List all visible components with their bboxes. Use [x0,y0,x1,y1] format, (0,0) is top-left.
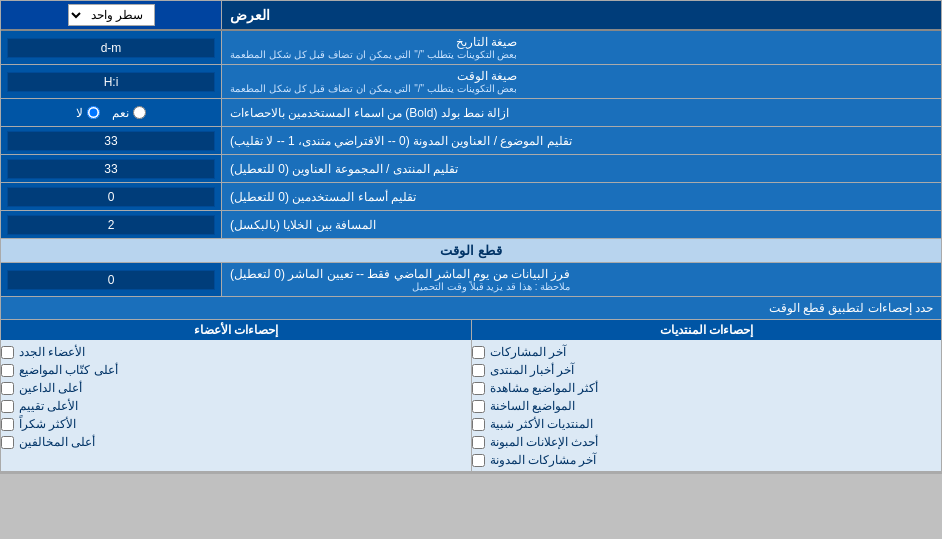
date-format-input[interactable] [7,38,215,58]
forum-title-label: تقليم المنتدى / المجموعة العناوين (0 للت… [221,155,941,182]
date-format-label: صيغة التاريخ بعض التكوينات يتطلب "/" الت… [221,31,941,64]
checkbox-pinned-announce: أحدث الإعلانات المبونة [472,435,942,449]
date-format-input-area [1,31,221,64]
forum-title-input-area [1,155,221,182]
checkbox-most-thanked-input[interactable] [1,418,14,431]
checkbox-last-posts-input[interactable] [472,346,485,359]
members-stats-header: إحصاءات الأعضاء [1,320,471,340]
checkbox-top-inviters: أعلى الداعين [1,381,471,395]
checkbox-top-violators-input[interactable] [1,436,14,449]
checkbox-limit-label: حدد إحصاءات لتطبيق قطع الوقت [1,297,941,319]
checkbox-top-rated-input[interactable] [1,400,14,413]
checkbox-hot-topics-input[interactable] [472,400,485,413]
display-select-area: سطر واحد سطرين ثلاثة أسطر [1,1,221,29]
checkbox-last-blog-posts: آخر مشاركات المدونة [472,453,942,467]
time-format-input[interactable] [7,72,215,92]
bold-radio-yes[interactable] [133,106,146,119]
realtime-label: فرز البيانات من يوم الماشر الماضي فقط --… [221,263,941,296]
checkbox-hot-topics: المواضيع الساخنة [472,399,942,413]
topic-title-input[interactable] [7,131,215,151]
checkbox-new-members: الأعضاء الجدد [1,345,471,359]
checkbox-forum-news-input[interactable] [472,364,485,377]
checkbox-pinned-announce-input[interactable] [472,436,485,449]
checkbox-top-rated: الأعلى تقييم [1,399,471,413]
checkbox-new-members-input[interactable] [1,346,14,359]
checkbox-most-viewed-input[interactable] [472,382,485,395]
username-input-area [1,183,221,210]
time-format-label: صيغة الوقت بعض التكوينات يتطلب "/" التي … [221,65,941,98]
checkbox-most-similar: المنتديات الأكثر شبية [472,417,942,431]
display-label: العرض [221,1,941,29]
checkbox-top-posters: أعلى كتّاب المواضيع [1,363,471,377]
cell-spacing-input[interactable] [7,215,215,235]
realtime-input[interactable] [7,270,215,290]
members-stats-col: إحصاءات الأعضاء الأعضاء الجدد أعلى كتّاب… [1,320,471,471]
bold-radio-no[interactable] [87,106,100,119]
checkbox-top-inviters-input[interactable] [1,382,14,395]
forum-stats-header: إحصاءات المنتديات [472,320,942,340]
checkbox-most-similar-input[interactable] [472,418,485,431]
realtime-input-area [1,263,221,296]
checkbox-forum-news: آخر أخبار المنتدى [472,363,942,377]
checkbox-top-violators: أعلى المخالفين [1,435,471,449]
display-select[interactable]: سطر واحد سطرين ثلاثة أسطر [68,4,155,26]
checkbox-last-posts: آخر المشاركات [472,345,942,359]
checkbox-last-blog-posts-input[interactable] [472,454,485,467]
topic-title-label: تقليم الموضوع / العناوين المدونة (0 -- ا… [221,127,941,154]
forum-title-input[interactable] [7,159,215,179]
time-format-input-area [1,65,221,98]
checkbox-most-thanked: الأكثر شكراً [1,417,471,431]
checkbox-top-posters-input[interactable] [1,364,14,377]
username-input[interactable] [7,187,215,207]
cell-spacing-label: المسافة بين الخلايا (بالبكسل) [221,211,941,238]
username-label: تقليم أسماء المستخدمين (0 للتعطيل) [221,183,941,210]
realtime-section-header: قطع الوقت [1,239,941,263]
cell-spacing-input-area [1,211,221,238]
forum-stats-col: إحصاءات المنتديات آخر المشاركات آخر أخبا… [471,320,942,471]
bold-label: ازالة نمط بولد (Bold) من اسماء المستخدمي… [221,99,941,126]
bold-radio-no-label[interactable]: لا [76,106,100,120]
bold-radio-yes-label[interactable]: نعم [112,106,146,120]
checkbox-most-viewed: أكثر المواضيع مشاهدة [472,381,942,395]
bold-radio-area: نعم لا [1,99,221,126]
topic-title-input-area [1,127,221,154]
